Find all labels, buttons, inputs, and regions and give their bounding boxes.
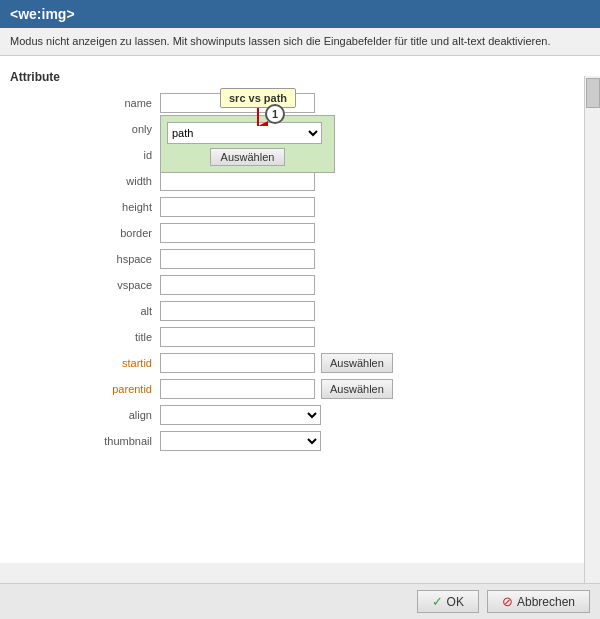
- form-row-border: border: [0, 222, 600, 244]
- select-thumbnail[interactable]: [160, 431, 321, 451]
- label-hspace: hspace: [10, 253, 160, 265]
- scrollbar-thumb[interactable]: [586, 78, 600, 108]
- tooltip-popup: src vs path: [220, 88, 296, 126]
- tooltip-label: src vs path: [229, 92, 287, 104]
- description-text: Modus nicht anzeigen zu lassen. Mit show…: [0, 28, 600, 56]
- check-icon: ✓: [432, 594, 443, 609]
- input-title[interactable]: [160, 327, 315, 347]
- label-alt: alt: [10, 305, 160, 317]
- form-row-name: name: [0, 92, 600, 114]
- section-heading: Attribute: [0, 66, 600, 92]
- label-thumbnail: thumbnail: [10, 435, 160, 447]
- label-width: width: [10, 175, 160, 187]
- label-only: only: [10, 123, 160, 135]
- cancel-button[interactable]: ⊘ Abbrechen: [487, 590, 590, 613]
- label-border: border: [10, 227, 160, 239]
- input-hspace[interactable]: [160, 249, 315, 269]
- form-row-height: height: [0, 196, 600, 218]
- form-row-parentid: parentid Auswählen: [0, 378, 600, 400]
- form-row-alt: alt: [0, 300, 600, 322]
- path-popup-auswahlen-btn[interactable]: Auswählen: [210, 148, 286, 166]
- label-height: height: [10, 201, 160, 213]
- scrollbar-track[interactable]: [584, 76, 600, 583]
- ok-label: OK: [447, 595, 464, 609]
- btn-auswahlen-parentid[interactable]: Auswählen: [321, 379, 393, 399]
- input-parentid[interactable]: [160, 379, 315, 399]
- btn-auswahlen-startid[interactable]: Auswählen: [321, 353, 393, 373]
- select-align[interactable]: [160, 405, 321, 425]
- ok-button[interactable]: ✓ OK: [417, 590, 479, 613]
- cancel-label: Abbrechen: [517, 595, 575, 609]
- input-border[interactable]: [160, 223, 315, 243]
- form-row-vspace: vspace: [0, 274, 600, 296]
- label-title: title: [10, 331, 160, 343]
- input-height[interactable]: [160, 197, 315, 217]
- label-align: align: [10, 409, 160, 421]
- form-row-width: width: [0, 170, 600, 192]
- form-row-thumbnail: thumbnail: [0, 430, 600, 452]
- input-startid[interactable]: [160, 353, 315, 373]
- title-label: <we:img>: [10, 6, 75, 22]
- tooltip-box: src vs path: [220, 88, 296, 108]
- input-width[interactable]: [160, 171, 315, 191]
- label-vspace: vspace: [10, 279, 160, 291]
- form-row-hspace: hspace: [0, 248, 600, 270]
- form-row-startid: startid Auswählen: [0, 352, 600, 374]
- form-row-title: title: [0, 326, 600, 348]
- label-id: id: [10, 149, 160, 161]
- input-alt[interactable]: [160, 301, 315, 321]
- label-startid: startid: [10, 357, 160, 369]
- footer: ✓ OK ⊘ Abbrechen: [0, 583, 600, 619]
- title-bar: <we:img>: [0, 0, 600, 28]
- cancel-icon: ⊘: [502, 594, 513, 609]
- label-parentid: parentid: [10, 383, 160, 395]
- label-name: name: [10, 97, 160, 109]
- circle-badge: 1: [265, 104, 285, 124]
- input-vspace[interactable]: [160, 275, 315, 295]
- form-row-align: align: [0, 404, 600, 426]
